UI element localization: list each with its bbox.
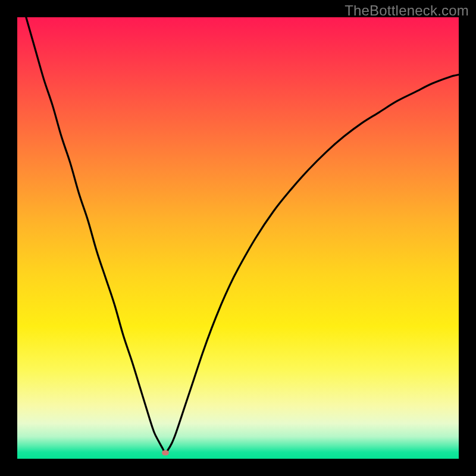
optimal-point-marker bbox=[162, 450, 169, 456]
bottleneck-curve bbox=[17, 17, 459, 459]
watermark-text: TheBottleneck.com bbox=[345, 2, 469, 19]
plot-area bbox=[17, 17, 459, 459]
chart-frame: TheBottleneck.com bbox=[0, 0, 476, 476]
